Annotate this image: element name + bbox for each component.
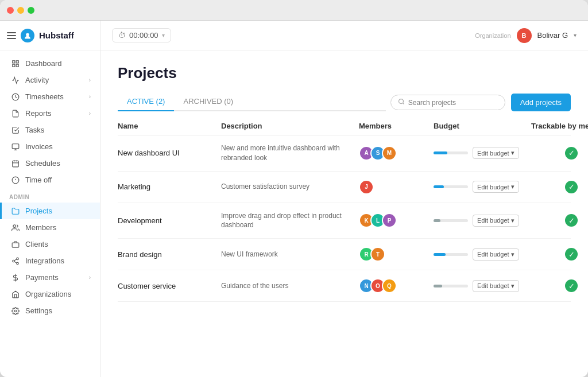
chevron-right-icon: › xyxy=(89,274,91,281)
col-budget: Budget xyxy=(434,122,531,130)
page-title: Projects xyxy=(118,64,571,82)
edit-budget-button[interactable]: Edit budget ▾ xyxy=(473,280,519,292)
table-header: Name Description Members Budget Trackabl… xyxy=(118,117,571,135)
project-description: New UI framework xyxy=(221,250,359,259)
edit-budget-button[interactable]: Edit budget ▾ xyxy=(473,147,519,159)
search-input[interactable] xyxy=(408,99,498,107)
member-avatar: M xyxy=(382,146,397,161)
maximize-button[interactable] xyxy=(28,7,34,14)
budget-bar xyxy=(434,219,440,222)
sidebar-item-label: Projects xyxy=(25,207,52,215)
app-window: Hubstaff Dashboard Activity › xyxy=(0,0,588,377)
sidebar-item-label: Schedules xyxy=(25,159,60,168)
svg-line-26 xyxy=(403,103,404,104)
tasks-icon xyxy=(11,126,20,134)
add-projects-button[interactable]: Add projects xyxy=(511,94,571,111)
member-avatar: J xyxy=(359,180,374,195)
budget-bar xyxy=(434,185,444,188)
svg-point-25 xyxy=(399,99,403,104)
close-button[interactable] xyxy=(7,7,14,14)
dashboard-icon xyxy=(11,60,20,68)
project-name: New dashboard UI xyxy=(118,149,221,157)
trackable-check-icon: ✓ xyxy=(565,214,578,227)
table-row: Development Improve drag and drop effect… xyxy=(118,203,571,239)
schedules-icon xyxy=(11,160,20,168)
svg-point-18 xyxy=(17,258,19,260)
project-trackable: ✓ xyxy=(531,214,588,227)
member-avatar: P xyxy=(382,213,397,228)
budget-bar-wrap xyxy=(434,151,468,154)
timer-chevron-icon: ▾ xyxy=(162,32,165,38)
brand-name: Hubstaff xyxy=(39,30,74,40)
timer-icon: ⏱ xyxy=(118,31,126,40)
svg-point-24 xyxy=(14,310,17,312)
budget-bar-wrap xyxy=(434,219,468,222)
tab-active[interactable]: ACTIVE (2) xyxy=(118,92,174,111)
project-budget: Edit budget ▾ xyxy=(434,248,531,261)
svg-line-21 xyxy=(14,261,17,262)
project-name: Brand design xyxy=(118,250,221,259)
sidebar-item-dashboard[interactable]: Dashboard xyxy=(0,55,100,72)
project-budget: Edit budget ▾ xyxy=(434,181,531,193)
sidebar-item-organizations[interactable]: Organizations xyxy=(0,286,100,302)
svg-rect-2 xyxy=(16,60,18,63)
project-description: New and more intuitive dashboard with re… xyxy=(221,143,359,163)
sidebar-item-invoices[interactable]: Invoices xyxy=(0,138,100,155)
sidebar-item-timesheets[interactable]: Timesheets › xyxy=(0,88,100,105)
budget-bar-wrap xyxy=(434,285,468,287)
main-area: ⏱ 00:00:00 ▾ Organization B Bolivar G ▾ … xyxy=(100,21,588,377)
table-row: New dashboard UI New and more intuitive … xyxy=(118,135,571,172)
projects-table: Name Description Members Budget Trackabl… xyxy=(118,117,571,302)
col-name: Name xyxy=(118,122,221,130)
svg-rect-1 xyxy=(13,60,15,63)
sidebar-header: Hubstaff xyxy=(0,21,100,50)
admin-section-label: ADMIN xyxy=(0,188,100,203)
sidebar-item-projects[interactable]: Projects xyxy=(0,203,100,219)
project-budget: Edit budget ▾ xyxy=(434,280,531,292)
search-icon xyxy=(398,98,405,107)
tab-archived[interactable]: ARCHIVED (0) xyxy=(174,92,242,111)
member-avatar: T xyxy=(370,247,385,262)
edit-budget-button[interactable]: Edit budget ▾ xyxy=(473,248,519,261)
sidebar-item-label: Tasks xyxy=(25,126,44,134)
table-row: Customer service Guidance of the users N… xyxy=(118,270,571,302)
sidebar-item-activity[interactable]: Activity › xyxy=(0,72,100,88)
sidebar-item-label: Members xyxy=(25,223,56,232)
sidebar-item-label: Time off xyxy=(25,176,52,184)
edit-budget-button[interactable]: Edit budget ▾ xyxy=(473,215,519,227)
timesheets-icon xyxy=(11,93,20,101)
topbar: ⏱ 00:00:00 ▾ Organization B Bolivar G ▾ xyxy=(100,21,588,50)
svg-rect-3 xyxy=(13,64,15,67)
sidebar-item-integrations[interactable]: Integrations xyxy=(0,252,100,269)
sidebar-item-timeoff[interactable]: Time off xyxy=(0,172,100,188)
user-chevron-icon[interactable]: ▾ xyxy=(574,32,577,38)
svg-rect-17 xyxy=(12,243,19,247)
hamburger-menu[interactable] xyxy=(7,32,16,39)
activity-icon xyxy=(11,76,20,84)
sidebar-item-schedules[interactable]: Schedules xyxy=(0,155,100,172)
sidebar-item-clients[interactable]: Clients xyxy=(0,236,100,252)
timer-widget[interactable]: ⏱ 00:00:00 ▾ xyxy=(112,28,171,42)
trackable-check-icon: ✓ xyxy=(565,279,578,292)
chevron-right-icon: › xyxy=(89,110,91,116)
col-trackable: Trackable by me xyxy=(531,122,588,130)
project-trackable: ✓ xyxy=(531,248,588,261)
svg-rect-9 xyxy=(13,161,19,167)
sidebar-item-members[interactable]: Members xyxy=(0,219,100,236)
project-name: Marketing xyxy=(118,182,221,191)
edit-budget-button[interactable]: Edit budget ▾ xyxy=(473,181,519,193)
sidebar-item-label: Payments xyxy=(25,273,59,282)
chevron-right-icon: › xyxy=(89,94,91,100)
budget-bar xyxy=(434,253,446,256)
svg-point-19 xyxy=(13,260,15,262)
sidebar-item-settings[interactable]: Settings xyxy=(0,302,100,319)
minimize-button[interactable] xyxy=(17,7,24,14)
topbar-right: Organization B Bolivar G ▾ xyxy=(475,28,577,43)
project-trackable: ✓ xyxy=(531,181,588,193)
search-box[interactable] xyxy=(390,95,505,110)
sidebar-item-payments[interactable]: Payments › xyxy=(0,269,100,286)
sidebar-item-tasks[interactable]: Tasks xyxy=(0,122,100,138)
sidebar-item-label: Timesheets xyxy=(25,92,64,101)
project-description: Customer satisfaction survey xyxy=(221,182,359,192)
sidebar-item-reports[interactable]: Reports › xyxy=(0,105,100,122)
